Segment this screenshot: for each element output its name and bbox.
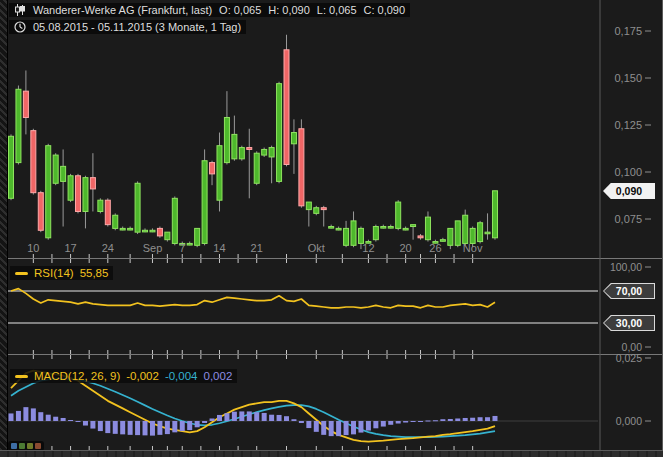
left-resize-grip[interactable] [0, 0, 8, 457]
bottom-resize-bar[interactable] [0, 450, 663, 457]
svg-text:0,000: 0,000 [616, 415, 642, 427]
svg-text:21: 21 [251, 242, 263, 254]
rsi-upper-level-value: 70,00 [604, 284, 654, 298]
indicator-button-olive[interactable] [27, 443, 33, 449]
last-price-tag: 0,090 [603, 183, 655, 199]
svg-text:100,00: 100,00 [610, 261, 642, 273]
clock-icon [14, 21, 26, 33]
chart-application-window: 0,1750,1500,1250,1000,075101724Sep71421O… [0, 0, 663, 457]
macd-legend[interactable]: MACD(12, 26, 9) -0,002 -0,004 0,002 [10, 369, 237, 383]
svg-text:0,075: 0,075 [614, 213, 642, 225]
rsi-value: 55,85 [80, 267, 109, 279]
macd-value: -0,002 [126, 370, 159, 382]
svg-text:Nov: Nov [463, 242, 483, 254]
svg-text:0,175: 0,175 [614, 25, 642, 37]
svg-text:10: 10 [27, 242, 39, 254]
rsi-lower-level-value: 30,00 [604, 316, 654, 330]
svg-text:0,125: 0,125 [614, 119, 642, 131]
period-header: 05.08.2015 - 05.11.2015 (3 Monate, 1 Tag… [9, 20, 246, 34]
macd-histogram-value: 0,002 [204, 370, 233, 382]
macd-signal-value: -0,004 [165, 370, 198, 382]
indicator-button-red[interactable] [35, 443, 41, 449]
low-label: L: [317, 4, 326, 16]
macd-name: MACD(12, 26, 9) [34, 370, 120, 382]
rsi-lower-level-tag: 30,00 [603, 315, 655, 331]
open-value: 0,065 [234, 4, 262, 16]
svg-text:12: 12 [362, 242, 374, 254]
indicator-button-green[interactable] [19, 443, 25, 449]
svg-text:0,100: 0,100 [614, 166, 642, 178]
candle-wicks [11, 35, 495, 249]
candlestick-icon [14, 4, 26, 16]
close-label: C: [364, 4, 375, 16]
svg-text:26: 26 [429, 242, 441, 254]
series-dash-icon [15, 272, 28, 275]
series-dash-icon [15, 375, 28, 378]
svg-text:20: 20 [400, 242, 412, 254]
instrument-header: Wanderer-Werke AG (Frankfurt, last) O: 0… [9, 3, 410, 17]
time-axis: 101724Sep71421Okt122026Nov [27, 242, 483, 254]
close-value: 0,090 [378, 4, 406, 16]
svg-text:Sep: Sep [143, 242, 163, 254]
high-label: H: [268, 4, 279, 16]
svg-text:14: 14 [213, 242, 225, 254]
instrument-name: Wanderer-Werke AG (Frankfurt, last) [33, 4, 212, 16]
svg-text:0,025: 0,025 [616, 352, 642, 364]
rsi-upper-level-tag: 70,00 [603, 283, 655, 299]
open-label: O: [219, 4, 231, 16]
chart-canvas[interactable]: 0,1750,1500,1250,1000,075101724Sep71421O… [0, 0, 663, 457]
last-price-tag-value: 0,090 [604, 184, 654, 198]
svg-text:0,150: 0,150 [614, 72, 642, 84]
period-range: 05.08.2015 - 05.11.2015 (3 Monate, 1 Tag… [33, 21, 241, 33]
macd-signal-line [11, 379, 495, 437]
high-value: 0,090 [282, 4, 310, 16]
candlesticks-layer [9, 50, 498, 246]
svg-text:17: 17 [64, 242, 76, 254]
svg-text:7: 7 [179, 242, 185, 254]
macd-histogram [9, 407, 498, 436]
svg-text:24: 24 [102, 242, 114, 254]
low-value: 0,065 [329, 4, 357, 16]
svg-text:Okt: Okt [308, 242, 325, 254]
indicator-button-blue[interactable] [11, 443, 17, 449]
rsi-name: RSI(14) [34, 267, 74, 279]
rsi-legend[interactable]: RSI(14) 55,85 [10, 266, 113, 280]
